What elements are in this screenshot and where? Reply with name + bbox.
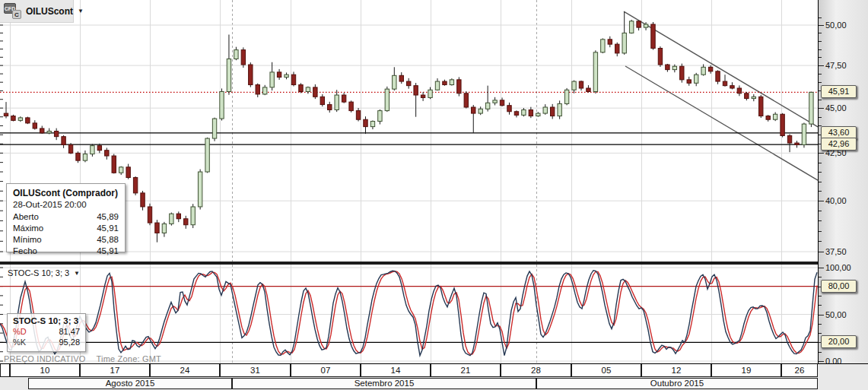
tooltip-row: Fecho45,91: [13, 246, 119, 257]
candle-body: [170, 214, 173, 224]
date-cell: [0, 364, 10, 377]
tooltip-row-label: Aberto: [13, 211, 39, 223]
candle-body: [33, 123, 37, 128]
axis-tick: [819, 163, 822, 163]
candle-body: [587, 88, 590, 91]
chart-annotations[interactable]: [0, 11, 818, 180]
candle-body: [328, 105, 332, 110]
indicator-selector[interactable]: STOC-S 10; 3; 3 ▼: [8, 268, 80, 277]
candle-body: [407, 81, 411, 86]
axis-tick: [819, 305, 822, 306]
candle-body: [263, 87, 267, 94]
candle-body: [11, 116, 15, 121]
candle-body: [141, 193, 145, 207]
candle-body: [306, 87, 310, 92]
candle-body: [651, 24, 655, 49]
axis-tick: [819, 49, 822, 50]
candle-body: [809, 92, 813, 124]
candle-body: [4, 113, 8, 116]
tooltip-datetime: 28-Out-2015 20:00: [13, 200, 119, 209]
tooltip-row-value: 45,91: [97, 223, 119, 234]
axis-tick: [819, 100, 822, 100]
ohlc-tooltip: OILUScont (Comprador) 28-Out-2015 20:00 …: [6, 183, 126, 252]
price-axis-label: 37,50: [825, 247, 847, 256]
date-cell: 10: [10, 364, 80, 377]
candle-body: [133, 178, 137, 193]
notice-text: PREÇO INDICATIVO: [4, 354, 86, 363]
tooltip-rows: Aberto45,89Máximo45,91Mínimo45,88Fecho45…: [13, 211, 119, 257]
candle-body: [191, 207, 195, 225]
candle-body: [105, 151, 109, 156]
candle-body: [26, 118, 30, 123]
candle-body: [270, 72, 274, 87]
axis-tick: [819, 17, 822, 18]
candle-body: [155, 223, 159, 233]
month-axis: Agosto 2015Setembro 2015Outubro 2015: [0, 377, 868, 390]
candle-body: [176, 214, 180, 219]
symbol-selector[interactable]: CFD C OILUScont ▼: [0, 0, 74, 23]
candle-body: [666, 65, 669, 70]
candle-body: [644, 24, 647, 27]
tooltip-row-label: Máximo: [13, 223, 43, 234]
candle-body: [83, 154, 87, 161]
candle-body: [227, 59, 231, 91]
axis-tick: [819, 182, 822, 182]
trend-line[interactable]: [625, 66, 818, 180]
timezone-text: Time Zone: GMT: [97, 354, 162, 363]
candle-body: [356, 111, 360, 120]
tooltip-row-value: 45,89: [97, 211, 119, 223]
candle-body: [766, 116, 770, 120]
axis-tick: [819, 117, 822, 118]
cfd-instrument-icon: CFD C: [4, 3, 21, 19]
price-axis-label: 47,50: [825, 61, 847, 70]
left-ticks: [0, 17, 3, 252]
month-cell: Setembro 2015: [232, 378, 536, 389]
candle-body: [54, 132, 58, 137]
axis-tick: [819, 231, 822, 232]
candle-body: [752, 97, 755, 98]
candle-body: [126, 167, 130, 178]
candle-body: [277, 72, 281, 78]
price-axis[interactable]: 50,0047,5045,0042,5040,0037,50100,0050,0…: [818, 0, 868, 363]
legend-series-label: %D: [13, 326, 27, 337]
axis-tick: [819, 324, 822, 325]
date-cell: 21: [431, 364, 501, 377]
candle-body: [212, 119, 216, 138]
candle-body: [342, 95, 345, 102]
stochastic-plot[interactable]: [0, 265, 818, 363]
axis-tick-major: [819, 108, 824, 109]
tooltip-row: Aberto45,89: [13, 211, 119, 223]
axis-tick: [819, 361, 824, 362]
chevron-down-icon: ▼: [78, 8, 84, 14]
candle-body: [435, 81, 439, 90]
stoch-axis-label: 100,00: [825, 263, 851, 272]
price-axis-label: 50,00: [825, 21, 847, 30]
axis-tick: [819, 333, 822, 334]
candle-body: [658, 48, 662, 65]
candle-body: [428, 90, 432, 97]
cfd-icon-sub: C: [12, 10, 21, 19]
candle-body: [622, 33, 626, 52]
candle-body: [615, 44, 619, 53]
axis-tick: [819, 82, 822, 83]
candle-body: [551, 107, 555, 116]
date-cell: 28: [501, 364, 571, 377]
axis-tick: [819, 268, 824, 268]
stoch-badge: 20,00: [821, 335, 857, 348]
indicative-price-notice: PREÇO INDICATIVOTime Zone: GMT: [4, 354, 172, 363]
candle-body: [450, 80, 453, 85]
axis-tick: [819, 33, 822, 33]
candle-body: [198, 172, 202, 207]
axis-tick: [819, 172, 822, 173]
candle-body: [399, 75, 403, 81]
axis-tick: [819, 57, 822, 58]
date-axis[interactable]: 101724310714212805121926: [0, 363, 868, 377]
legend-row: %D81,47: [13, 326, 80, 337]
candle-body: [680, 66, 684, 80]
axis-tick: [819, 74, 822, 75]
date-cell: 31: [220, 364, 291, 377]
candle-body: [234, 50, 238, 59]
tooltip-row-label: Fecho: [13, 246, 37, 257]
tooltip-row: Mínimo45,88: [13, 234, 119, 246]
stochastic-legend-rows: %D81,47%K95,28: [13, 326, 80, 347]
